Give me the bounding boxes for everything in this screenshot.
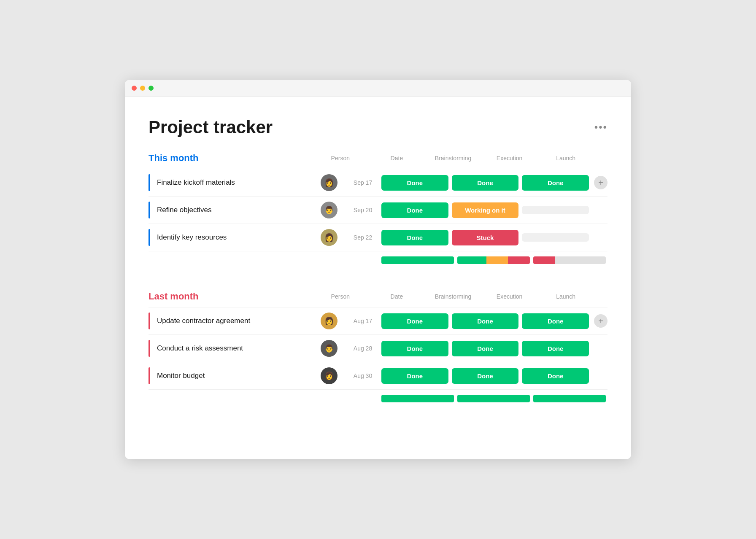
task-border (148, 202, 150, 218)
status-badge-done[interactable]: Done (381, 313, 448, 329)
section-title-last-month: Last month (148, 291, 309, 302)
task-name: Monitor budget (157, 372, 205, 380)
more-options-button[interactable]: ••• (594, 121, 608, 133)
task-border (148, 229, 150, 246)
table-row: Monitor budget👩Aug 30DoneDoneDone (148, 362, 608, 389)
task-border (148, 367, 150, 384)
col-header-execution: Execution (481, 155, 538, 162)
row-data: 👩Sep 17DoneDoneDone+ (309, 174, 608, 191)
status-badge-done[interactable]: Done (522, 368, 589, 384)
status-badge-working[interactable]: Working on it (452, 202, 519, 218)
row-data: 👩Aug 17DoneDoneDone+ (309, 313, 608, 329)
cell-date: Sep 17 (346, 179, 380, 186)
status-badge-done[interactable]: Done (522, 313, 589, 329)
cell-date: Aug 28 (346, 345, 380, 352)
avatar: 👩 (321, 367, 338, 384)
cell-status-1[interactable]: Done (450, 313, 521, 329)
table-body: Update contractor agreement👩Aug 17DoneDo… (148, 307, 608, 407)
status-badge-empty[interactable] (522, 233, 589, 242)
col-header-date: Date (369, 155, 425, 162)
summary-bar-cell-1 (456, 395, 532, 402)
avatar: 👨 (321, 340, 338, 357)
status-badge-done[interactable]: Done (381, 368, 448, 384)
section-this-month: This monthPersonDateBrainstormingExecuti… (148, 153, 608, 269)
col-header-launch: Launch (537, 293, 594, 300)
row-data: 👨Aug 28DoneDoneDone (309, 340, 608, 357)
cell-date: Sep 22 (346, 234, 380, 241)
summary-bar-1 (457, 256, 530, 264)
cell-status-1[interactable]: Done (450, 341, 521, 356)
cell-date: Aug 30 (346, 372, 380, 379)
cell-status-0[interactable]: Done (380, 230, 450, 245)
bar-segment-0 (381, 395, 454, 402)
section-header-row: This monthPersonDateBrainstormingExecuti… (148, 153, 608, 164)
maximize-dot[interactable] (148, 86, 154, 91)
status-badge-done[interactable]: Done (452, 368, 519, 384)
page-content: Project tracker ••• This monthPersonDate… (125, 97, 631, 450)
cell-person: 👩 (312, 174, 346, 191)
row-data: 👩Sep 22DoneStuck (309, 229, 608, 246)
task-name-cell: Identify key resources (148, 224, 309, 251)
cell-person: 👩 (312, 313, 346, 329)
table-row: Refine objectives👨Sep 20DoneWorking on i… (148, 196, 608, 224)
status-badge-done[interactable]: Done (381, 230, 448, 245)
summary-row (148, 251, 608, 269)
status-badge-done[interactable]: Done (452, 175, 519, 191)
sections-container: This monthPersonDateBrainstormingExecuti… (148, 153, 608, 407)
bar-segment-1 (486, 256, 508, 264)
task-name: Update contractor agreement (157, 317, 250, 325)
cell-status-1[interactable]: Stuck (450, 230, 521, 245)
summary-row (148, 389, 608, 407)
summary-data (309, 395, 608, 402)
summary-bar-cell-2 (532, 395, 608, 402)
cell-status-0[interactable]: Done (380, 313, 450, 329)
status-badge-done[interactable]: Done (452, 341, 519, 356)
cell-status-0[interactable]: Done (380, 202, 450, 218)
status-badge-empty[interactable] (522, 206, 589, 214)
status-badge-done[interactable]: Done (452, 313, 519, 329)
bar-segment-0 (533, 395, 606, 402)
status-badge-done[interactable]: Done (522, 341, 589, 356)
add-row-button[interactable]: + (594, 176, 608, 189)
bar-segment-0 (457, 256, 486, 264)
status-badge-done[interactable]: Done (522, 175, 589, 191)
summary-date-spacer (346, 256, 380, 264)
col-header-person: Person (312, 155, 369, 162)
bar-segment-0 (533, 256, 555, 264)
cell-status-1[interactable]: Done (450, 175, 521, 191)
cell-status-2[interactable]: Done (520, 175, 591, 191)
summary-person-spacer (312, 395, 346, 402)
add-row-button[interactable]: + (594, 314, 608, 328)
cell-status-0[interactable]: Done (380, 341, 450, 356)
cell-date: Sep 20 (346, 207, 380, 213)
summary-bar-0 (381, 256, 454, 264)
bar-segment-0 (381, 256, 454, 264)
cell-status-0[interactable]: Done (380, 368, 450, 384)
cell-status-1[interactable]: Done (450, 368, 521, 384)
table-row: Update contractor agreement👩Aug 17DoneDo… (148, 307, 608, 334)
table-row: Identify key resources👩Sep 22DoneStuck (148, 224, 608, 251)
bar-segment-2 (508, 256, 530, 264)
cell-status-2[interactable] (520, 233, 591, 242)
cell-status-2[interactable]: Done (520, 313, 591, 329)
cell-status-2[interactable] (520, 206, 591, 214)
status-badge-done[interactable]: Done (381, 202, 448, 218)
minimize-dot[interactable] (140, 86, 145, 91)
col-header-date: Date (369, 293, 425, 300)
cell-status-2[interactable]: Done (520, 341, 591, 356)
task-border (148, 313, 150, 329)
status-badge-stuck[interactable]: Stuck (452, 230, 519, 245)
status-badge-done[interactable]: Done (381, 341, 448, 356)
row-data: 👩Aug 30DoneDoneDone (309, 367, 608, 384)
cell-person: 👨 (312, 202, 346, 218)
summary-date-spacer (346, 395, 380, 402)
task-name-cell: Conduct a risk assessment (148, 335, 309, 362)
status-badge-done[interactable]: Done (381, 175, 448, 191)
cell-status-0[interactable]: Done (380, 175, 450, 191)
close-dot[interactable] (132, 86, 137, 91)
column-headers: PersonDateBrainstormingExecutionLaunch (309, 155, 608, 162)
cell-status-2[interactable]: Done (520, 368, 591, 384)
avatar: 👩 (321, 313, 338, 329)
summary-data (309, 256, 608, 264)
cell-status-1[interactable]: Working on it (450, 202, 521, 218)
